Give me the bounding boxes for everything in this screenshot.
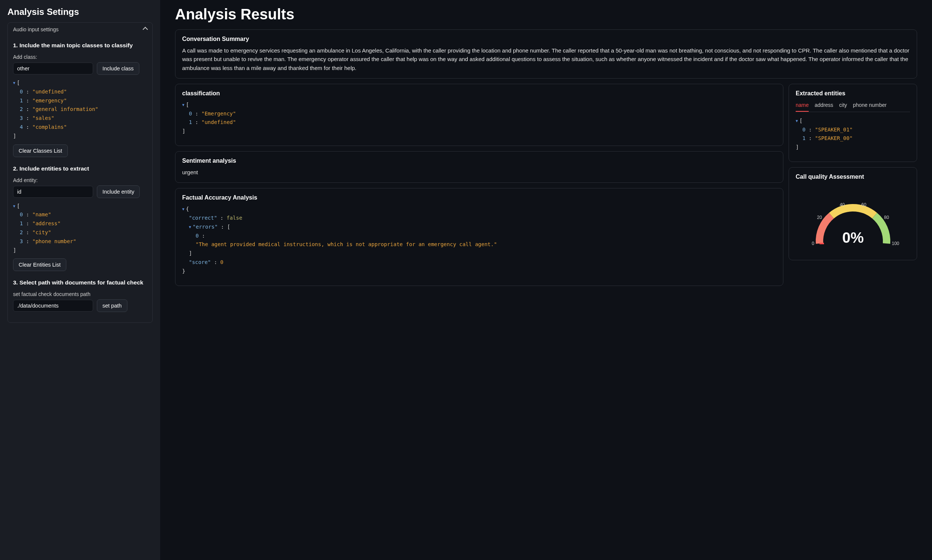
factual-json[interactable]: ▼{"correct" : false▼"errors" : [0 :"The …: [182, 205, 776, 275]
classes-json[interactable]: ▼[0 : "undefined"1 : "emergency"2 : "gen…: [13, 78, 147, 141]
include-entity-button[interactable]: Include entity: [97, 185, 140, 198]
quality-heading: Call quality Assessment: [796, 174, 910, 180]
sidebar-title: Analysis Setings: [8, 7, 153, 17]
accordion-label: Audio input settings: [13, 26, 59, 32]
gauge-needle: [820, 243, 824, 244]
docs-path-label: set factual check documents path: [13, 291, 147, 297]
summary-text: A call was made to emergency services re…: [182, 46, 910, 72]
tick-40: 40: [840, 202, 845, 208]
add-class-label: Add class:: [13, 54, 147, 60]
results-main: Analysis Results Conversation Summary A …: [160, 0, 932, 560]
entities-card: Extracted entities nameaddresscityphone …: [789, 84, 917, 162]
entity-tabs: nameaddresscityphone number: [796, 100, 910, 112]
clear-classes-button[interactable]: Clear Classes List: [13, 145, 68, 157]
tick-60: 60: [861, 202, 866, 208]
accordion-header[interactable]: Audio input settings: [8, 23, 153, 36]
sentiment-heading: Sentiment analysis: [182, 157, 776, 164]
sentiment-card: Sentiment analysis urgent: [175, 151, 783, 183]
section3-title: 3. Select path with documents for factua…: [13, 279, 147, 286]
docs-path-input[interactable]: [13, 300, 93, 312]
entities-result-json[interactable]: ▼[0 : "SPEAKER_01"1 : "SPEAKER_00"]: [796, 117, 910, 152]
gauge-value: 0%: [842, 229, 864, 246]
chevron-up-icon: [143, 26, 147, 32]
tab-city[interactable]: city: [839, 100, 847, 112]
sentiment-value: urgent: [182, 168, 776, 177]
summary-card: Conversation Summary A call was made to …: [175, 29, 917, 78]
tab-name[interactable]: name: [796, 100, 809, 112]
entities-json[interactable]: ▼[0 : "name"1 : "address"2 : "city"3 : "…: [13, 202, 147, 255]
factual-card: Factual Accuracy Analysis ▼{"correct" : …: [175, 188, 783, 286]
results-title: Analysis Results: [175, 6, 917, 23]
classification-card: classification ▼[0 : "Emergency"1 : "und…: [175, 84, 783, 146]
tick-20: 20: [817, 215, 822, 220]
quality-card: Call quality Assessment 0% 0 20 40 60 80…: [789, 167, 917, 260]
clear-entities-button[interactable]: Clear Entities List: [13, 258, 66, 271]
summary-heading: Conversation Summary: [182, 36, 910, 42]
add-entity-label: Add entity:: [13, 177, 147, 183]
classification-json[interactable]: ▼[0 : "Emergency"1 : "undefined"]: [182, 100, 776, 136]
set-path-button[interactable]: set path: [97, 299, 127, 312]
add-entity-input[interactable]: [13, 186, 93, 198]
gauge-chart: 0% 0 20 40 60 80 100: [805, 195, 901, 251]
section2-title: 2. Include entities to extract: [13, 165, 147, 172]
settings-sidebar: Analysis Setings Audio input settings 1.…: [0, 0, 160, 560]
tab-phone-number[interactable]: phone number: [853, 100, 887, 112]
add-class-input[interactable]: [13, 63, 93, 74]
factual-heading: Factual Accuracy Analysis: [182, 194, 776, 201]
tick-0: 0: [812, 241, 814, 246]
tick-80: 80: [884, 215, 889, 220]
tick-100: 100: [892, 241, 899, 246]
classification-heading: classification: [182, 90, 776, 97]
tab-address[interactable]: address: [815, 100, 833, 112]
include-class-button[interactable]: Include class: [97, 62, 139, 75]
gauge-wrap: 0% 0 20 40 60 80 100: [796, 184, 910, 254]
entities-heading: Extracted entities: [796, 90, 910, 97]
accordion-body: 1. Include the main topic classes to cla…: [8, 36, 153, 322]
gauge-seg-yellow: [832, 208, 875, 215]
section1-title: 1. Include the main topic classes to cla…: [13, 42, 147, 49]
audio-input-accordion: Audio input settings 1. Include the main…: [8, 22, 153, 323]
